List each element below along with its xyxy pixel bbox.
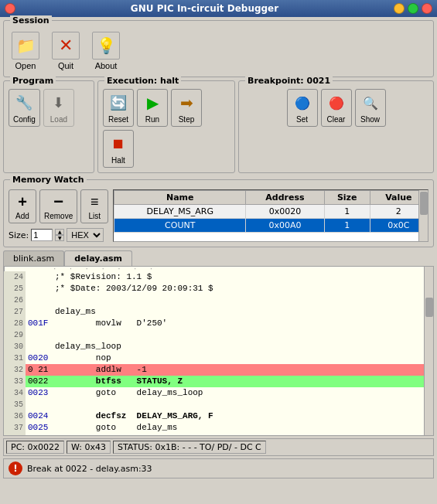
row-address: 0x00A0 xyxy=(246,219,324,233)
code-scroll-thumb xyxy=(425,298,433,317)
clear-icon: 🔴 xyxy=(326,92,347,114)
title-bar: GNU PIC In-circuit Debugger xyxy=(0,0,437,17)
list-label: List xyxy=(88,212,101,220)
remove-icon: − xyxy=(50,192,68,211)
execution-label: Execution: halt xyxy=(104,76,181,86)
bottom-bar: ! Break at 0022 - delay.asm:33 xyxy=(3,458,434,478)
run-label: Run xyxy=(145,115,159,124)
config-button[interactable]: 🔧 Config xyxy=(9,89,40,127)
row-address: 0x0020 xyxy=(246,205,324,219)
minimize-button[interactable] xyxy=(394,3,405,14)
breakpoint-group: Breakpoint: 0021 🔵 Set 🔴 Clear 🔍 Show xyxy=(238,80,434,173)
session-group: Session 📁 Open ✕ Quit 💡 About xyxy=(3,20,434,77)
code-line: 24 ;* $Revision: 1.1 $ xyxy=(4,271,433,283)
add-button[interactable]: + Add xyxy=(9,189,36,223)
code-line-highlight: 33 0022 btfss STATUS, Z xyxy=(4,376,433,387)
halt-button[interactable]: ⏹ Halt xyxy=(103,130,134,168)
tab-blink[interactable]: blink.asm xyxy=(3,250,64,266)
step-icon: ➡ xyxy=(176,92,197,114)
list-icon: ≡ xyxy=(85,192,104,211)
col-name: Name xyxy=(114,191,246,205)
remove-label: Remove xyxy=(44,212,73,220)
halt-label: Halt xyxy=(111,156,125,165)
size-label: Size: xyxy=(9,230,29,240)
size-spinner[interactable]: ▲ ▼ xyxy=(55,229,64,241)
code-line: 31 0020 nop xyxy=(4,352,433,364)
quit-icon: ✕ xyxy=(52,32,80,60)
row-size: 1 xyxy=(324,205,370,219)
format-select[interactable]: HEX DEC BIN xyxy=(67,228,104,242)
program-label: Program xyxy=(10,76,56,86)
memory-watch-group: Memory Watch + Add − Remove ≡ List xyxy=(3,179,434,247)
quit-label: Quit xyxy=(58,61,73,70)
clear-label: Clear xyxy=(327,115,346,124)
load-label: Load xyxy=(50,115,67,124)
halt-icon: ⏹ xyxy=(108,133,129,155)
reset-icon: 🔄 xyxy=(108,92,129,114)
maximize-button[interactable] xyxy=(408,3,418,14)
set-button[interactable]: 🔵 Set xyxy=(287,89,318,127)
set-icon: 🔵 xyxy=(292,92,313,114)
breakpoint-label: Breakpoint: 0021 xyxy=(245,76,333,86)
execution-group: Execution: halt 🔄 Reset ▶ Run ➡ Step ⏹ H… xyxy=(97,80,235,173)
load-button[interactable]: ⬇ Load xyxy=(43,89,74,127)
quit-button[interactable]: ✕ Quit xyxy=(49,30,83,72)
flags-status: STATUS: 0x1B: - - - TO/ PD/ - DC C xyxy=(113,441,266,454)
row-name: COUNT xyxy=(114,219,246,233)
session-label: Session xyxy=(10,15,52,26)
show-button[interactable]: 🔍 Show xyxy=(355,89,386,127)
remove-button[interactable]: − Remove xyxy=(39,189,77,223)
pc-status: PC: 0x0022 xyxy=(6,441,64,454)
memory-scrollbar[interactable] xyxy=(418,190,428,241)
table-row[interactable]: COUNT 0x00A0 1 0x0C xyxy=(114,219,428,233)
reset-label: Reset xyxy=(108,115,128,124)
step-button[interactable]: ➡ Step xyxy=(171,89,202,127)
add-label: Add xyxy=(15,212,29,220)
code-line-current: 32 0 21 addlw -1 xyxy=(4,364,433,376)
show-label: Show xyxy=(360,115,380,124)
size-input[interactable] xyxy=(31,229,53,241)
code-line: 36 0024 decfsz DELAY_MS_ARG, F xyxy=(4,410,433,422)
close-button-right[interactable] xyxy=(422,3,432,14)
scrollbar-thumb xyxy=(420,192,428,215)
memory-watch-label: Memory Watch xyxy=(10,175,87,185)
open-button[interactable]: 📁 Open xyxy=(9,30,43,72)
config-icon: 🔧 xyxy=(13,92,35,114)
code-line: 30 delay_ms_loop xyxy=(4,341,433,352)
code-line: 27 delay_ms xyxy=(4,306,433,318)
load-icon: ⬇ xyxy=(48,92,70,114)
about-button[interactable]: 💡 About xyxy=(89,30,123,72)
show-icon: 🔍 xyxy=(360,92,381,114)
tab-delay[interactable]: delay.asm xyxy=(64,250,132,267)
reset-button[interactable]: 🔄 Reset xyxy=(103,89,134,127)
open-label: Open xyxy=(15,61,36,70)
run-button[interactable]: ▶ Run xyxy=(137,89,168,127)
col-address: Address xyxy=(246,191,324,205)
window-title: GNU PIC In-circuit Debugger xyxy=(15,3,394,14)
code-line: 38 xyxy=(4,434,433,436)
code-scrollbar[interactable] xyxy=(424,267,433,435)
config-label: Config xyxy=(13,115,36,124)
set-label: Set xyxy=(296,115,308,124)
w-status: W: 0x43 xyxy=(67,441,111,454)
spin-up[interactable]: ▲ xyxy=(55,229,64,235)
list-button[interactable]: ≡ List xyxy=(80,189,108,223)
run-icon: ▶ xyxy=(142,92,163,114)
stop-icon: ! xyxy=(9,461,22,475)
code-line: 35 xyxy=(4,399,433,410)
clear-button[interactable]: 🔴 Clear xyxy=(321,89,352,127)
code-line: 29 xyxy=(4,329,433,341)
memory-table: Name Address Size Value DELAY_MS_ARG 0x0… xyxy=(113,189,428,242)
status-bar: PC: 0x0022 W: 0x43 STATUS: 0x1B: - - - T… xyxy=(3,438,434,456)
spin-down[interactable]: ▼ xyxy=(55,235,64,241)
code-editor: · · · · · · · 24 ;* $Revision: 1.1 $ 25 … xyxy=(3,266,434,436)
open-icon: 📁 xyxy=(12,32,39,60)
close-button[interactable] xyxy=(5,3,15,14)
table-row[interactable]: DELAY_MS_ARG 0x0020 1 2 xyxy=(114,205,428,219)
add-icon: + xyxy=(13,192,32,211)
about-label: About xyxy=(95,61,118,70)
code-line: 37 0025 goto delay_ms xyxy=(4,422,433,434)
program-group: Program 🔧 Config ⬇ Load xyxy=(3,80,94,173)
about-icon: 💡 xyxy=(92,32,120,60)
code-line: 26 xyxy=(4,295,433,306)
